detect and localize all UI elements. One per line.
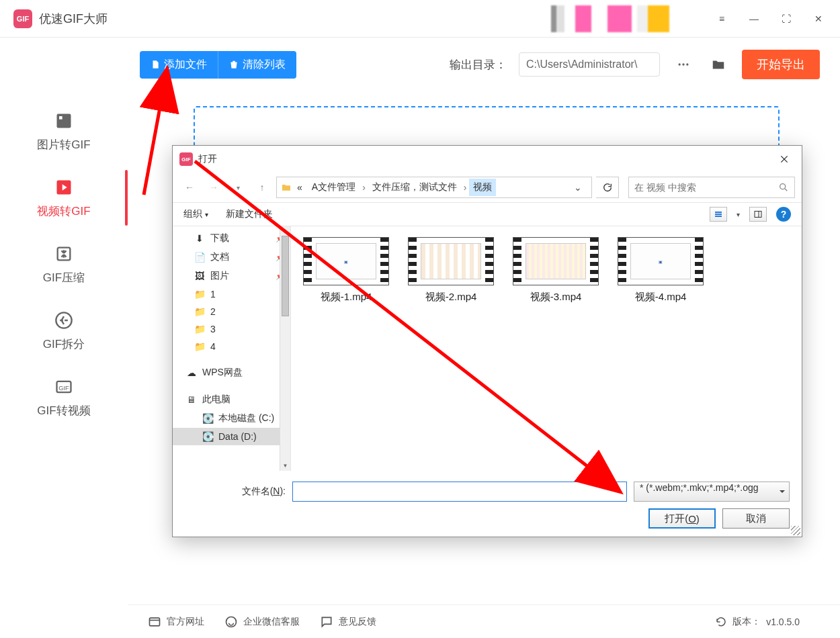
tree-item[interactable]: ⬇下载📌 [173, 229, 290, 248]
file-name: 视频-4.mp4 [635, 291, 687, 304]
sidebar-item-label: GIF压缩 [43, 270, 85, 285]
help-button[interactable]: ? [776, 207, 791, 222]
video-thumbnail [408, 237, 494, 285]
search-box[interactable] [628, 177, 795, 198]
tree-item[interactable]: 💽Data (D:) [173, 428, 290, 445]
chevron-right-icon: › [361, 182, 367, 193]
official-site-label: 官方网址 [167, 616, 204, 628]
feedback-label: 意见反馈 [339, 616, 376, 628]
sidebar-item-gif-split[interactable]: GIF拆分 [0, 298, 128, 364]
file-item[interactable]: 视频-2.mp4 [407, 237, 495, 304]
tree-item[interactable]: 📁2 [173, 303, 290, 320]
start-export-button[interactable]: 开始导出 [742, 50, 820, 79]
file-item[interactable]: ▣ 视频-4.mp4 [616, 237, 705, 304]
image-icon [53, 110, 75, 132]
svg-rect-11 [150, 618, 160, 626]
app-title: 优速GIF大师 [39, 11, 108, 27]
version-label: 版本： [732, 616, 761, 628]
video-icon [53, 177, 75, 198]
filename-dropdown-button[interactable]: ⌄ [616, 486, 622, 495]
maximize-button[interactable]: ⛶ [770, 4, 802, 34]
more-icon[interactable] [672, 52, 695, 77]
official-site-link[interactable]: 官方网址 [148, 615, 204, 629]
search-input[interactable] [634, 182, 773, 193]
folder-icon[interactable] [707, 52, 730, 77]
pc-icon: 🖥 [186, 394, 197, 405]
open-button[interactable]: 打开(O) [648, 508, 716, 529]
nav-history-button[interactable]: ▾ [228, 177, 248, 197]
tree-item[interactable]: 📁1 [173, 285, 290, 303]
tree-item[interactable]: ☁WPS网盘 [173, 363, 290, 382]
svg-point-13 [780, 184, 786, 189]
feedback-link[interactable]: 意见反馈 [320, 615, 376, 629]
breadcrumb-dropdown-button[interactable]: ⌄ [569, 182, 587, 193]
file-name: 视频-3.mp4 [530, 291, 582, 304]
clear-list-button[interactable]: 清除列表 [218, 51, 296, 79]
sidebar-item-gif-to-video[interactable]: GIF GIF转视频 [0, 364, 128, 430]
file-list-area[interactable]: ▣ 视频-1.mp4 视频-2.mp4 视频-3.mp4 ▣ 视频-4.mp4 [291, 226, 802, 471]
dialog-toolbar: 组织▾ 新建文件夹 ▾ ? [173, 202, 802, 226]
search-icon [778, 182, 789, 193]
video-thumbnail [513, 237, 599, 285]
file-item[interactable]: ▣ 视频-1.mp4 [302, 237, 390, 304]
dialog-bottom: 文件名(N): ⌄ * (*.webm;*.mkv;*.mp4;*.ogg 打开… [173, 471, 802, 537]
minimize-button[interactable]: — [738, 4, 770, 34]
folder-icon: 📁 [194, 306, 205, 317]
folder-small-icon [281, 182, 292, 193]
dialog-titlebar: GIF 打开 [173, 146, 802, 173]
svg-rect-0 [57, 114, 71, 128]
filename-input[interactable] [292, 482, 627, 502]
preview-pane-button[interactable] [749, 207, 767, 222]
web-icon [148, 615, 161, 629]
tree-item[interactable]: 📁3 [173, 320, 290, 338]
output-dir-path[interactable]: C:\Users\Administrator\ [519, 52, 660, 77]
video-thumbnail: ▣ [303, 237, 389, 285]
tree-item[interactable]: 📄文档📌 [173, 248, 290, 267]
trash-icon [229, 59, 239, 70]
tree-item[interactable]: 💽本地磁盘 (C:) [173, 409, 290, 428]
filetype-dropdown[interactable]: * (*.webm;*.mkv;*.mp4;*.ogg [634, 482, 790, 502]
resize-grip[interactable] [791, 526, 800, 535]
view-mode-button[interactable] [710, 207, 727, 222]
tree-item[interactable]: 🖼图片📌 [173, 267, 290, 285]
sidebar-item-gif-compress[interactable]: GIF压缩 [0, 231, 128, 298]
add-file-button[interactable]: 添加文件 [140, 51, 218, 79]
svg-point-8 [679, 63, 681, 65]
doc-icon: 📄 [194, 252, 205, 263]
nav-forward-button[interactable]: → [204, 177, 224, 197]
new-folder-button[interactable]: 新建文件夹 [226, 208, 273, 220]
close-button[interactable]: ✕ [802, 4, 835, 34]
version-info[interactable]: 版本： v1.0.5.0 [715, 616, 800, 628]
svg-rect-1 [59, 116, 62, 120]
output-dir-label: 输出目录： [450, 57, 507, 73]
breadcrumb-part-1[interactable]: 文件压缩，测试文件 [368, 179, 461, 196]
menu-icon[interactable]: ≡ [706, 4, 738, 34]
nav-back-button[interactable]: ← [179, 177, 200, 197]
view-mode-dropdown[interactable]: ▾ [737, 211, 740, 218]
dialog-close-button[interactable] [773, 148, 795, 170]
sidebar: 图片转GIF 视频转GIF GIF压缩 GIF拆分 GIF GIF转视频 [0, 38, 128, 604]
tree-item[interactable]: 🖥此电脑 [173, 390, 290, 409]
tree-scrollbar[interactable]: ▲ ▼ [280, 226, 290, 471]
breadcrumb-bar[interactable]: « A文件管理 › 文件压缩，测试文件 › 视频 ⌄ [276, 177, 592, 198]
breadcrumb-part-0[interactable]: A文件管理 [308, 179, 360, 196]
footer: 官方网址 企业微信客服 意见反馈 版本： v1.0.5.0 [128, 604, 840, 638]
breadcrumb-prefix[interactable]: « [293, 179, 306, 195]
sidebar-item-video-to-gif[interactable]: 视频转GIF [0, 165, 128, 231]
cancel-button[interactable]: 取消 [722, 508, 790, 529]
breadcrumb-part-2[interactable]: 视频 [469, 179, 496, 196]
sidebar-item-label: 视频转GIF [37, 203, 90, 219]
refresh-button[interactable] [596, 177, 619, 198]
folder-icon: 📁 [194, 324, 205, 334]
organize-menu[interactable]: 组织▾ [183, 208, 208, 220]
sidebar-item-img-to-gif[interactable]: 图片转GIF [0, 98, 128, 165]
clear-list-label: 清除列表 [243, 58, 286, 72]
svg-rect-4 [58, 248, 71, 261]
wechat-support-link[interactable]: 企业微信客服 [224, 615, 300, 629]
refresh-icon [715, 616, 727, 628]
svg-rect-17 [755, 212, 761, 218]
file-item[interactable]: 视频-3.mp4 [511, 237, 600, 304]
tree-item[interactable]: 📁4 [173, 338, 290, 355]
nav-up-button[interactable]: ↑ [252, 177, 272, 197]
add-file-label: 添加文件 [164, 58, 207, 72]
